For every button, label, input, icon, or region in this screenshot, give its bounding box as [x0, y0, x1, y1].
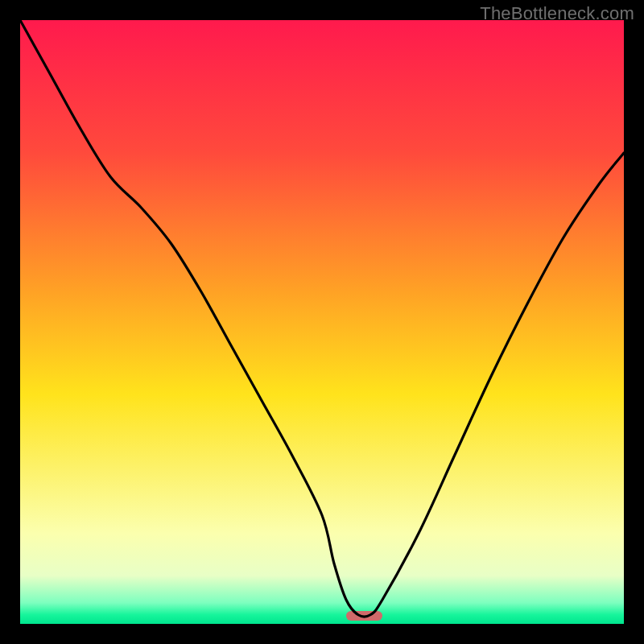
watermark-text: TheBottleneck.com [480, 3, 634, 24]
plot-area [20, 20, 624, 624]
bottleneck-chart [20, 20, 624, 624]
gradient-background [20, 20, 624, 624]
chart-frame: TheBottleneck.com [0, 0, 644, 644]
